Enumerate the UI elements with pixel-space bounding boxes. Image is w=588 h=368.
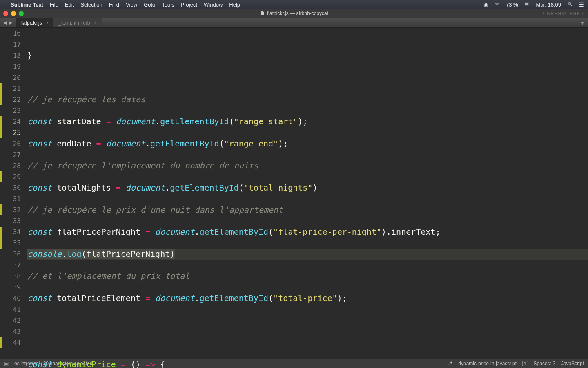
code-content[interactable]: } // je récupère les dates const startDa… [25, 28, 588, 359]
svg-rect-2 [525, 3, 527, 5]
control-center-icon[interactable]: ☰ [579, 2, 584, 8]
tab-label: _form.html.erb [58, 20, 90, 26]
line-number-gutter[interactable]: 1617181920212223242526272829303132333435… [2, 28, 25, 359]
menu-find[interactable]: Find [109, 2, 119, 8]
menu-edit[interactable]: Edit [65, 2, 74, 8]
tab-overflow-icon[interactable]: ▼ [580, 20, 585, 25]
nav-forward-icon[interactable]: ▶ [9, 20, 12, 25]
menu-help[interactable]: Help [229, 2, 240, 8]
menu-file[interactable]: File [50, 2, 58, 8]
tab-label: flatpickr.js [20, 20, 42, 26]
svg-point-3 [568, 2, 571, 5]
menu-selection[interactable]: Selection [80, 2, 102, 8]
unregistered-label: UNREGISTERED [543, 11, 584, 16]
close-tab-icon[interactable]: × [46, 20, 49, 25]
menu-project[interactable]: Project [181, 2, 197, 8]
nav-back-icon[interactable]: ◀ [3, 20, 7, 25]
ruler [474, 28, 474, 359]
macos-menubar: Sublime Text File Edit Selection Find Vi… [0, 0, 588, 9]
clock[interactable]: Mar. 18:09 [536, 2, 561, 8]
wifi-icon[interactable] [494, 2, 499, 8]
window-titlebar: flatpickr.js — airbnb-copycat UNREGISTER… [0, 9, 588, 18]
menu-goto[interactable]: Goto [144, 2, 155, 8]
close-tab-icon[interactable]: × [94, 20, 96, 25]
tab-bar: ◀ ▶ flatpickr.js × _form.html.erb × ▼ [0, 18, 588, 28]
menu-app-name[interactable]: Sublime Text [11, 2, 43, 8]
battery-percent: 73 % [506, 2, 518, 8]
document-icon [260, 11, 265, 17]
panel-toggle-icon[interactable]: ▣ [4, 361, 9, 366]
svg-line-4 [571, 4, 572, 6]
screen-record-icon[interactable]: ◉ [483, 2, 488, 8]
code-editor[interactable]: 1617181920212223242526272829303132333435… [0, 28, 588, 359]
menu-window[interactable]: Window [204, 2, 223, 8]
window-title: flatpickr.js — airbnb-copycat [267, 11, 328, 16]
menu-tools[interactable]: Tools [162, 2, 174, 8]
svg-rect-1 [529, 3, 529, 4]
spotlight-icon[interactable] [568, 2, 572, 8]
battery-icon[interactable] [525, 2, 530, 8]
tab-form-erb[interactable]: _form.html.erb × [53, 18, 102, 27]
tab-flatpickr[interactable]: flatpickr.js × [16, 18, 53, 27]
menu-view[interactable]: View [126, 2, 137, 8]
